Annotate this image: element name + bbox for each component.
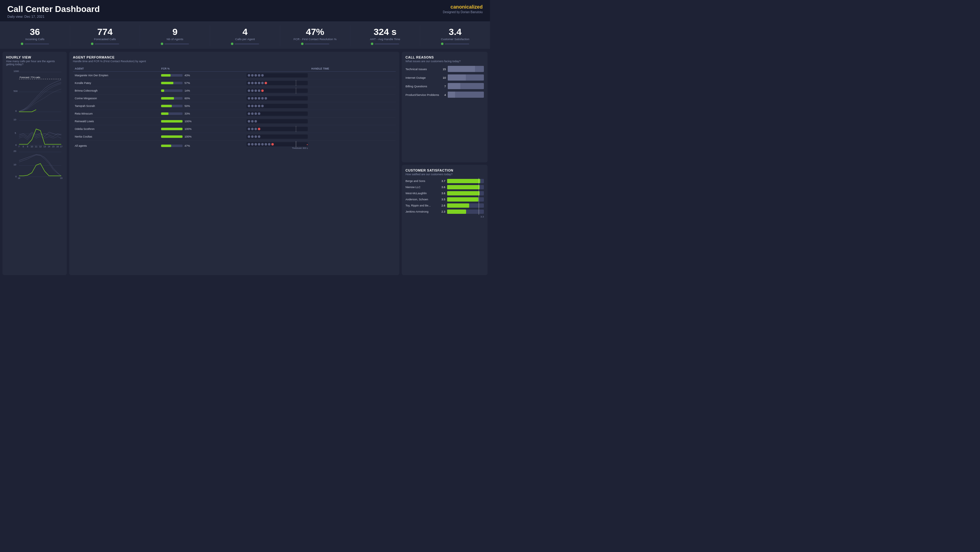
handle-dot: [258, 105, 260, 107]
handle-dot: [251, 105, 254, 107]
kpi-label: Customer Satisfaction: [423, 37, 487, 41]
right-panels: CALL REASONS What issues are our custome…: [402, 52, 488, 275]
agent-name: Margarete Von Der Empten: [73, 72, 159, 80]
kpi-label: Nb of Agents: [143, 37, 207, 41]
customer-sat-panel: CUSTOMER SATISFACTION How satified are o…: [402, 165, 488, 275]
agent-handle-time: [245, 102, 396, 110]
agent-name: Reta Winscum: [73, 110, 159, 118]
agent-row: Odelia Scothron 100%: [73, 125, 396, 133]
reason-name: Technical Issues: [406, 67, 439, 71]
kpi-strip: 36 Incoming Calls 774 Forecasted Calls 9…: [0, 22, 490, 49]
agent-fcr: 100%: [159, 118, 245, 125]
nb-agents-chart: Nb of Agents 20 10 0 18 19: [6, 148, 63, 179]
agent-fcr: 14%: [159, 87, 245, 95]
kpi-item: 3.4 Customer Satisfaction: [420, 25, 490, 46]
agent-fcr: 60%: [159, 95, 245, 102]
reason-bar: [448, 75, 484, 81]
col-agent: AGENT: [73, 66, 159, 72]
agent-handle-time: [245, 80, 396, 87]
chart-area: Cumulative Calls 1000 500 0 Forecast: 77…: [6, 68, 63, 180]
handle-dot: [255, 113, 257, 115]
svg-text:9: 9: [27, 145, 28, 147]
page-title: Call Center Dashboard: [7, 4, 100, 14]
header: Call Center Dashboard Daily view: Dec 17…: [0, 0, 490, 22]
handle-dot: [258, 128, 260, 130]
kpi-value: 3.4: [423, 27, 487, 37]
sat-list: Berge and Sons 3.7 Nienow LLC 3.6 West-M…: [406, 179, 484, 214]
handle-dot: [255, 128, 257, 130]
agent-table: AGENT FCR % HANDLE TIME Margarete Von De…: [73, 66, 396, 151]
handle-dot: [265, 97, 267, 100]
sat-bar: [447, 191, 484, 196]
agent-handle-time: [245, 118, 396, 125]
handle-dot: [255, 89, 257, 92]
svg-text:10: 10: [13, 118, 16, 121]
handle-dot: [248, 105, 250, 107]
handle-dot: [251, 82, 254, 84]
kpi-dot: [301, 43, 304, 45]
kpi-dot: [371, 43, 373, 45]
handle-dot: [251, 74, 254, 76]
agent-name: Tamqrah Scorah: [73, 102, 159, 110]
hourly-view-panel: HOURLY VIEW How many calls per hour are …: [2, 52, 67, 275]
handle-dot: [261, 97, 264, 100]
kpi-progress: [213, 43, 277, 45]
kpi-progress: [353, 43, 417, 45]
cumulative-chart: Cumulative Calls 1000 500 0 Forecast: 77…: [6, 68, 63, 116]
reason-name: Billing Questions: [406, 84, 439, 88]
kpi-item: 324 s AHT - Avg Handle Time: [350, 25, 420, 46]
reason-bar: [448, 83, 484, 89]
brand-name: canonicalized: [443, 4, 483, 10]
handle-dot: [258, 143, 260, 145]
sat-row: Toy, Rippin and Be... 2.6: [406, 204, 484, 208]
reason-row: Billing Questions 7: [406, 83, 484, 89]
agent-name: Reinwald Lowis: [73, 118, 159, 125]
handle-dot: [261, 89, 264, 92]
handle-dot: [248, 97, 250, 100]
sat-name: Anderson, Schoen: [406, 198, 436, 201]
agent-fcr: 100%: [159, 133, 245, 141]
sat-score: 3.7: [438, 180, 445, 183]
handle-dot: [255, 135, 257, 138]
handle-dot: [248, 120, 250, 122]
reason-count: 4: [441, 93, 446, 97]
sat-row: Nienow LLC 3.6: [406, 185, 484, 189]
kpi-item: 47% FCR - First Contact Resolution %: [280, 25, 350, 46]
handle-dot: [251, 89, 254, 92]
kpi-bar: [164, 43, 189, 45]
cust-sat-title: CUSTOMER SATISFACTION: [406, 169, 484, 172]
svg-text:10: 10: [30, 145, 33, 147]
kpi-item: 774 Forecasted Calls: [70, 25, 140, 46]
handle-dot: [248, 135, 250, 138]
sat-bar: [447, 185, 484, 189]
svg-text:7: 7: [18, 145, 20, 147]
kpi-label: AHT - Avg Handle Time: [353, 37, 417, 41]
agent-handle-time: [245, 95, 396, 102]
kpi-progress: [3, 43, 67, 45]
handle-dot: [261, 143, 264, 145]
kpi-value: 36: [3, 27, 67, 37]
kpi-bar: [305, 43, 329, 45]
handle-dot: [258, 97, 260, 100]
kpi-progress: [143, 43, 207, 45]
col-fcr: FCR %: [159, 66, 245, 72]
sat-name: Toy, Rippin and Be...: [406, 204, 436, 207]
kpi-value: 9: [143, 27, 207, 37]
handle-dot: [248, 82, 250, 84]
call-reasons-title: CALL REASONS: [406, 56, 484, 59]
hourly-view-subtitle: How many calls per hour are the agents g…: [6, 60, 63, 66]
agent-handle-time: [245, 87, 396, 95]
kpi-progress: [73, 43, 137, 45]
svg-text:0: 0: [15, 144, 17, 146]
handle-dot: [268, 143, 270, 145]
handle-dot: [255, 82, 257, 84]
reason-count: 15: [441, 67, 446, 71]
reason-count: 7: [441, 84, 446, 88]
reason-bar: [448, 92, 484, 98]
sat-bar: 3.3: [447, 210, 484, 214]
handle-dot: [265, 82, 267, 84]
agent-name: Odelia Scothron: [73, 125, 159, 133]
sat-name: Nienow LLC: [406, 186, 436, 189]
handle-dot: [251, 135, 254, 138]
brand-name-highlight: ized: [473, 4, 483, 10]
